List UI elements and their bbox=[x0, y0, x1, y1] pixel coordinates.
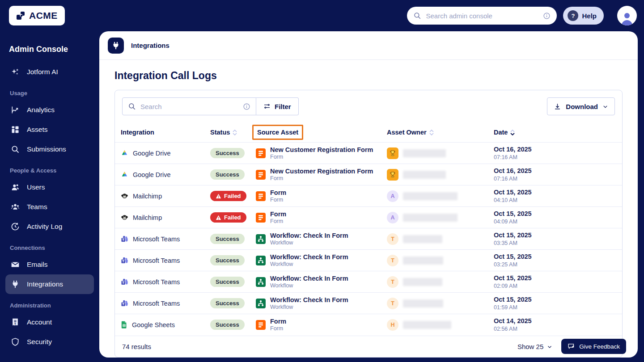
sidebar-section-people-access: People & Access bbox=[10, 167, 94, 174]
column-header-date[interactable]: Date bbox=[494, 129, 616, 136]
sidebar-item-account[interactable]: $ Account bbox=[5, 312, 94, 332]
owner-avatar-trophy bbox=[387, 147, 398, 159]
sidebar-item-assets[interactable]: Assets bbox=[5, 120, 94, 139]
sidebar-item-label: Activity Log bbox=[27, 223, 62, 231]
sidebar-item-label: Teams bbox=[27, 203, 47, 211]
column-header-asset-owner[interactable]: Asset Owner bbox=[387, 129, 494, 136]
table-search-input[interactable] bbox=[140, 103, 238, 110]
admin-search-input[interactable] bbox=[426, 12, 538, 20]
sort-icon-active-desc[interactable] bbox=[510, 130, 515, 135]
owner-name-redacted bbox=[403, 149, 446, 157]
google-drive-icon bbox=[121, 149, 128, 157]
asset-subtitle: Form bbox=[270, 175, 373, 182]
sidebar-item-submissions[interactable]: Submissions bbox=[5, 139, 94, 159]
asset-subtitle: Workflow bbox=[270, 304, 348, 311]
sidebar-item-analytics[interactable]: Analytics bbox=[5, 100, 94, 120]
admin-search-box[interactable] bbox=[407, 7, 557, 25]
owner-name-redacted bbox=[403, 171, 446, 179]
asset-subtitle: Form bbox=[270, 218, 286, 225]
microsoft-teams-icon bbox=[121, 235, 128, 243]
asset-title-link[interactable]: Form bbox=[270, 317, 286, 325]
asset-title-link[interactable]: New Customer Registration Form bbox=[270, 167, 373, 175]
table-row[interactable]: Mailchimp Failed Form Form A Oct 15, 202… bbox=[115, 206, 622, 228]
acme-logo[interactable]: ACME bbox=[9, 6, 65, 25]
integration-name: Microsoft Teams bbox=[133, 278, 180, 286]
activity-clock-icon bbox=[11, 222, 20, 231]
download-label: Download bbox=[566, 103, 598, 110]
log-date: Oct 14, 2025 bbox=[494, 317, 532, 325]
owner-avatar: A bbox=[387, 212, 398, 223]
table-row[interactable]: Google Sheets Success Form Form H Oct 14… bbox=[115, 314, 622, 335]
owner-avatar: T bbox=[387, 233, 398, 245]
sort-icon[interactable] bbox=[233, 130, 237, 135]
sidebar-item-activity-log[interactable]: Activity Log bbox=[5, 217, 94, 236]
log-date: Oct 15, 2025 bbox=[494, 188, 532, 197]
sidebar-item-label: Assets bbox=[27, 126, 48, 134]
invoice-icon: $ bbox=[11, 318, 20, 327]
asset-title-link[interactable]: Workflow: Check In Form bbox=[270, 296, 348, 304]
asset-title-link[interactable]: Form bbox=[270, 189, 286, 197]
sidebar-item-emails[interactable]: Emails bbox=[5, 255, 94, 274]
person-icon bbox=[619, 10, 635, 25]
sidebar-item-teams[interactable]: Teams bbox=[5, 197, 94, 217]
user-avatar[interactable] bbox=[617, 6, 637, 25]
info-icon[interactable] bbox=[243, 103, 250, 110]
table-row[interactable]: Microsoft Teams Success Workflow: Check … bbox=[115, 271, 622, 292]
sidebar-item-users[interactable]: Users bbox=[5, 177, 94, 197]
sidebar-item-integrations[interactable]: Integrations bbox=[5, 274, 94, 294]
table-row[interactable]: Google Drive Success New Customer Regist… bbox=[115, 164, 622, 185]
give-feedback-button[interactable]: Give Feedback bbox=[561, 339, 626, 354]
table-row[interactable]: Microsoft Teams Success Workflow: Check … bbox=[115, 292, 622, 314]
show-per-page-select[interactable]: Show 25 bbox=[517, 343, 552, 350]
table-row[interactable]: Microsoft Teams Success Workflow: Check … bbox=[115, 249, 622, 271]
status-badge: Success bbox=[210, 298, 245, 308]
info-icon[interactable] bbox=[543, 12, 551, 20]
asset-title-link[interactable]: New Customer Registration Form bbox=[270, 146, 373, 154]
warning-icon bbox=[216, 194, 221, 199]
table-row[interactable]: Mailchimp Failed Form Form A Oct 15, 202… bbox=[115, 185, 622, 206]
trophy-icon bbox=[389, 171, 396, 178]
asset-subtitle: Form bbox=[270, 197, 286, 204]
asset-title-link[interactable]: Form bbox=[270, 210, 286, 218]
integration-name: Microsoft Teams bbox=[133, 300, 180, 307]
form-asset-icon bbox=[256, 148, 266, 158]
asset-title-link[interactable]: Workflow: Check In Form bbox=[270, 274, 348, 282]
shield-icon bbox=[11, 337, 20, 346]
integration-name: Microsoft Teams bbox=[133, 257, 180, 264]
download-button[interactable]: Download bbox=[547, 97, 615, 115]
owner-avatar: T bbox=[387, 255, 398, 266]
sidebar-item-jotform-ai[interactable]: Jotform AI bbox=[5, 62, 94, 82]
main-panel: Integrations Integration Call Logs bbox=[99, 31, 638, 358]
integration-name: Google Sheets bbox=[132, 321, 175, 328]
sidebar-item-label: Users bbox=[27, 183, 45, 191]
filter-icon bbox=[263, 103, 271, 110]
table-body: Google Drive Success New Customer Regist… bbox=[115, 142, 622, 335]
column-header-source-asset: Source Asset bbox=[256, 125, 387, 140]
owner-name-redacted bbox=[403, 214, 458, 222]
owner-avatar: T bbox=[387, 276, 398, 288]
sort-icon[interactable] bbox=[429, 130, 434, 135]
help-button[interactable]: ? Help bbox=[563, 7, 604, 25]
integration-name: Mailchimp bbox=[133, 193, 162, 200]
sidebar-item-label: Security bbox=[27, 338, 52, 346]
asset-subtitle: Workflow bbox=[270, 240, 348, 247]
log-date: Oct 15, 2025 bbox=[494, 295, 532, 304]
owner-avatar: H bbox=[387, 319, 398, 331]
status-badge: Success bbox=[210, 255, 245, 265]
assets-grid-icon bbox=[11, 125, 20, 134]
asset-title-link[interactable]: Workflow: Check In Form bbox=[270, 232, 348, 240]
log-time: 02:09 AM bbox=[494, 282, 517, 290]
table-row[interactable]: Microsoft Teams Success Workflow: Check … bbox=[115, 228, 622, 249]
table-search-box[interactable] bbox=[122, 97, 256, 115]
table-row[interactable]: Google Drive Success New Customer Regist… bbox=[115, 142, 622, 164]
owner-avatar: T bbox=[387, 298, 398, 309]
workflow-asset-icon bbox=[256, 277, 266, 287]
column-header-status[interactable]: Status bbox=[210, 129, 256, 136]
asset-subtitle: Workflow bbox=[270, 282, 348, 290]
status-badge: Success bbox=[210, 148, 245, 158]
filter-button[interactable]: Filter bbox=[256, 97, 299, 115]
log-time: 01:59 AM bbox=[494, 304, 517, 311]
sidebar-item-security[interactable]: Security bbox=[5, 332, 94, 352]
log-time: 07:16 AM bbox=[494, 154, 517, 161]
asset-title-link[interactable]: Workflow: Check In Form bbox=[270, 253, 348, 261]
